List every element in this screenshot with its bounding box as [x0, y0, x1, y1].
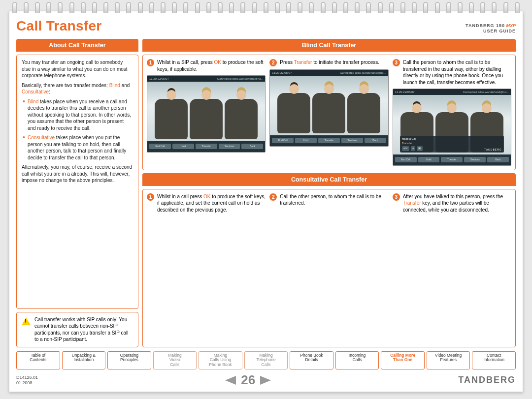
blind-step-1: 1 Whilst in a SIP call, press OK to prod…: [147, 59, 266, 166]
about-p2: Basically, there are two transfer modes;…: [22, 82, 133, 95]
brand-name: TANDBERG 150: [466, 23, 505, 28]
doc-meta: D14126.01 01.2008: [16, 375, 38, 386]
about-heading: About Call Transfer: [16, 39, 138, 52]
blind-heading: Blind Call Transfer: [142, 39, 516, 52]
screenshot-thumb: 11:20 22/05/07Connected alice.wonderland…: [147, 75, 266, 153]
bullet-consultative: Consultative takes place when you put th…: [22, 134, 133, 161]
brand-model: MXP: [506, 23, 516, 28]
prev-page-arrow-icon[interactable]: [225, 376, 236, 385]
breadcrumb-item[interactable]: Unpacking & Installation: [62, 351, 106, 369]
breadcrumb-item[interactable]: Making Telephone Calls: [244, 351, 288, 369]
about-p3: Alternatively, you may, of course, recei…: [22, 164, 133, 184]
breadcrumb-item[interactable]: Making Video Calls: [153, 351, 197, 369]
breadcrumb-item[interactable]: Phone Book Details: [290, 351, 333, 369]
breadcrumb-nav: Table of ContentsUnpacking & Installatio…: [16, 351, 516, 369]
step-number-icon: 2: [269, 193, 277, 201]
menu-overlay: Make a Call Transfer abc●▣ TANDBERG: [400, 136, 504, 153]
footer: Table of ContentsUnpacking & Installatio…: [16, 351, 516, 388]
spiral-binding: [9, 0, 523, 13]
warning-panel: Call transfer works with SIP calls only!…: [16, 312, 138, 347]
consult-step-2: 2 Call the other person, to whom the cal…: [269, 193, 388, 282]
step-number-icon: 1: [147, 59, 154, 66]
consult-steps: 1 Whilst in a call press OK to produce t…: [142, 189, 516, 347]
product-id: TANDBERG 150 MXP USER GUIDE: [466, 23, 516, 34]
page: Call Transfer TANDBERG 150 MXP USER GUID…: [9, 11, 523, 392]
about-panel: You may transfer an ongoing call to some…: [16, 55, 138, 309]
warning-text: Call transfer works with SIP calls only!…: [34, 316, 133, 343]
brand-footer: TANDBERG: [458, 375, 516, 385]
blind-steps: 1 Whilst in a SIP call, press OK to prod…: [142, 55, 516, 170]
bullet-blind: Blind takes place when you receive a cal…: [22, 98, 133, 132]
breadcrumb-item[interactable]: Incoming Calls: [335, 351, 379, 369]
about-p1: You may transfer an ongoing call to some…: [22, 59, 133, 79]
consult-step-3: 3 After you have talked to this person, …: [393, 193, 511, 282]
next-page-arrow-icon[interactable]: [260, 376, 271, 385]
screenshot-thumb: 11:20 22/05/07Connected alice.wonderland…: [269, 69, 388, 147]
step-number-icon: 1: [147, 193, 154, 201]
breadcrumb-item[interactable]: Making Calls Using Phone Book: [199, 351, 242, 369]
step-number-icon: 3: [393, 59, 400, 66]
page-number: 26: [241, 372, 255, 388]
breadcrumb-item[interactable]: Contact Information: [472, 351, 516, 369]
pager: 26: [225, 372, 271, 388]
doc-type: USER GUIDE: [483, 29, 516, 33]
step-number-icon: 3: [393, 193, 400, 201]
blind-step-3: 3 Call the person to whom the call is to…: [393, 59, 511, 166]
breadcrumb-item[interactable]: Operating Principles: [107, 351, 151, 369]
consult-heading: Consultative Call Transfer: [142, 173, 516, 186]
page-title: Call Transfer: [16, 18, 102, 34]
step-number-icon: 2: [269, 59, 277, 66]
screenshot-thumb: 11:20 22/05/07Connected alice.wonderland…: [393, 89, 511, 166]
warning-icon: [22, 317, 31, 325]
blind-step-2: 2 Press Transfer to initiate the transfe…: [269, 59, 388, 166]
consult-step-1: 1 Whilst in a call press OK to produce t…: [147, 193, 266, 282]
header: Call Transfer TANDBERG 150 MXP USER GUID…: [16, 18, 516, 34]
breadcrumb-item[interactable]: Calling More Than One: [381, 351, 425, 369]
breadcrumb-item[interactable]: Table of Contents: [16, 351, 60, 369]
breadcrumb-item[interactable]: Video Meeting Features: [427, 351, 470, 369]
